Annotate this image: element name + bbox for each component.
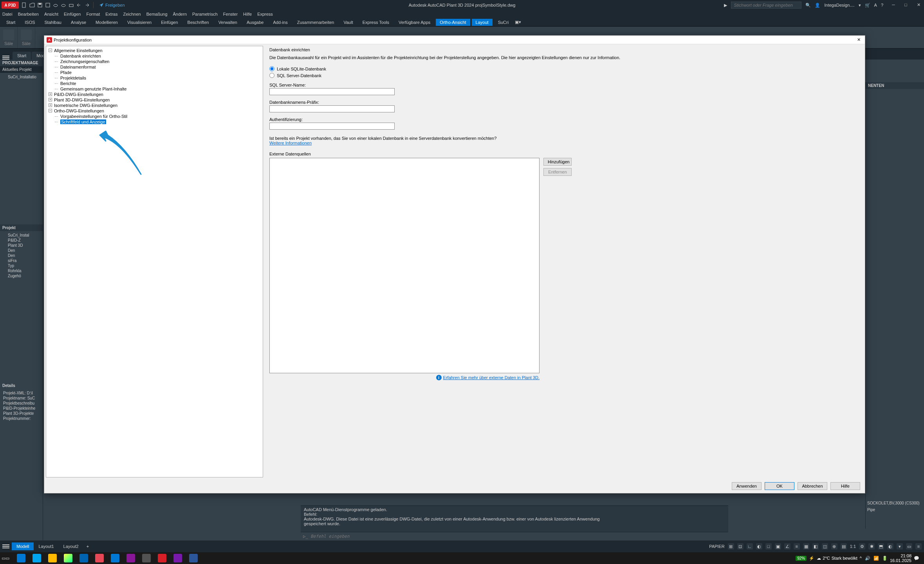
tree-item[interactable]: Rohrkla <box>2 268 41 273</box>
menu-item[interactable]: Format <box>86 12 100 16</box>
hamburger-icon[interactable] <box>2 56 9 60</box>
task-icon[interactable] <box>92 553 107 564</box>
clean-icon[interactable]: ▭ <box>906 543 912 550</box>
cloud2-icon[interactable] <box>60 2 67 8</box>
ext-sources-listbox[interactable] <box>269 158 540 373</box>
task-icon[interactable] <box>107 553 123 564</box>
radio-sql-server[interactable]: SQL Server-Datenbank <box>269 73 860 78</box>
ribbon-button-icon[interactable] <box>21 29 32 40</box>
tree-node[interactable]: Dateinamenformat <box>48 64 261 70</box>
menu-item[interactable]: Hilfe <box>243 12 252 16</box>
tray-chevron-icon[interactable]: ^ <box>860 556 862 560</box>
tray-icon[interactable]: 📶 <box>873 556 879 561</box>
dyn-icon[interactable]: ⊕ <box>831 543 837 550</box>
dialog-close-button[interactable]: ✕ <box>857 37 863 43</box>
project-combo[interactable]: SuCri_Installatio <box>2 74 41 80</box>
model-tab[interactable]: Modell <box>12 542 34 550</box>
new-icon[interactable] <box>21 2 27 8</box>
tree-item[interactable]: Typ <box>2 263 41 268</box>
menu-item[interactable]: Ändern <box>173 12 187 16</box>
ribbon-tab[interactable]: Express Tools <box>359 19 393 26</box>
tray-icon[interactable]: 🔋 <box>882 556 888 561</box>
clock[interactable]: 21:08 16.01.2025 <box>890 553 911 563</box>
menu-item[interactable]: Zeichnen <box>123 12 141 16</box>
menu-item[interactable]: Express <box>257 12 273 16</box>
lw-icon[interactable]: ≡ <box>794 543 800 550</box>
more-info-link[interactable]: Weitere Informationen <box>269 141 312 145</box>
add-button[interactable]: Hinzufügen <box>543 158 572 166</box>
tree-node[interactable]: Datenbank einrichten <box>48 53 261 59</box>
menu-item[interactable]: Einfügen <box>64 12 81 16</box>
help-button[interactable]: Hilfe <box>830 482 860 490</box>
search-glass-icon[interactable]: 🔍 <box>805 3 811 8</box>
tree-item[interactable]: Plant 3D <box>2 243 41 248</box>
battery-icon[interactable]: 92% <box>796 556 807 561</box>
expand-icon[interactable]: + <box>49 98 52 101</box>
task-icon[interactable] <box>45 553 60 564</box>
share-button[interactable]: Freigeben <box>99 3 125 7</box>
tree-node-selected[interactable]: Schriftfeld und Anzeige <box>48 119 261 125</box>
qp-icon[interactable]: ▤ <box>841 543 847 550</box>
plot-icon[interactable] <box>68 2 74 8</box>
ok-button[interactable]: OK <box>765 482 794 490</box>
ribbon-tab[interactable]: Zusammenarbeiten <box>293 19 338 26</box>
menu-item[interactable]: Parametrisch <box>192 12 218 16</box>
ribbon-tab[interactable]: ISOS <box>21 19 39 26</box>
ribbon-tab[interactable]: Vault <box>339 19 357 26</box>
ribbon-tab[interactable]: Analyse <box>67 19 90 26</box>
expand-icon[interactable]: + <box>49 103 52 107</box>
custom-icon[interactable]: ≡ <box>915 543 922 550</box>
open-icon[interactable] <box>29 2 35 8</box>
command-input[interactable] <box>310 534 726 539</box>
ribbon-tab[interactable]: Add-ins <box>269 19 291 26</box>
chevron-down-icon[interactable]: ▾ <box>859 3 861 8</box>
power-icon[interactable]: ⚡ <box>809 556 814 561</box>
add-layout-button[interactable]: + <box>83 542 92 550</box>
model-tab[interactable]: Layout1 <box>34 542 58 550</box>
trans-icon[interactable]: ▦ <box>803 543 809 550</box>
right-item[interactable]: SOCKOLET,BV,3000 (CS300) <box>866 500 924 506</box>
ribbon-tab[interactable]: Modellieren <box>92 19 122 26</box>
3d-icon[interactable]: ◫ <box>822 543 828 550</box>
grid-icon[interactable]: ⊞ <box>728 543 734 550</box>
app-logo[interactable]: A P3D <box>2 2 19 9</box>
menu-item[interactable]: Ansicht <box>44 12 58 16</box>
ribbon-tab[interactable]: Verwalten <box>215 19 241 26</box>
units-icon[interactable]: ⬒ <box>878 543 884 550</box>
snap-icon[interactable]: ⊡ <box>737 543 744 550</box>
tree-node[interactable]: Projektdetails <box>48 75 261 81</box>
tree-item[interactable]: siFra <box>2 258 41 263</box>
search-input[interactable] <box>731 2 801 9</box>
sql-server-input[interactable] <box>269 88 395 95</box>
remove-button[interactable]: Entfernen <box>543 168 572 176</box>
weather-widget[interactable]: ☁ 2°C Stark bewölkt <box>817 556 857 561</box>
doc-tab-start[interactable]: Start <box>13 52 31 60</box>
ribbon-tab[interactable]: Start <box>2 19 19 26</box>
paper-label[interactable]: PAPIER <box>709 544 725 549</box>
ribbon-tab[interactable]: Ortho-Ansicht <box>436 19 470 26</box>
maximize-button[interactable]: □ <box>904 2 910 8</box>
tree-node[interactable]: +Isometrische DWG-Einstellungen <box>48 103 261 108</box>
iso-icon[interactable]: ▾ <box>897 543 903 550</box>
tree-node[interactable]: −Ortho-DWG-Einstellungen <box>48 108 261 114</box>
radio-input[interactable] <box>269 73 274 78</box>
undo-icon[interactable] <box>76 2 82 8</box>
dialog-tree[interactable]: −Allgemeine Einstellungen Datenbank einr… <box>46 46 263 477</box>
saveas-icon[interactable] <box>45 2 51 8</box>
tree-item[interactable]: SuCri_Instal <box>2 233 41 238</box>
ribbon-more-icon[interactable]: ▣▾ <box>514 20 522 25</box>
ribbon-tab[interactable]: Verfügbare Apps <box>395 19 434 26</box>
dialog-titlebar[interactable]: A Projektkonfiguration ✕ <box>44 36 865 44</box>
polar-icon[interactable]: ◐ <box>756 543 762 550</box>
zoom-label[interactable]: 1:1 <box>850 544 856 549</box>
task-icon[interactable] <box>60 553 76 564</box>
expand-icon[interactable]: + <box>49 92 52 96</box>
menu-item[interactable]: Bearbeiten <box>18 12 39 16</box>
ribbon-tab[interactable]: Ausgabe <box>243 19 267 26</box>
user-label[interactable]: IntegaDesign.... <box>824 3 854 7</box>
task-icon[interactable] <box>154 553 170 564</box>
ribbon-tab[interactable]: Layout <box>472 19 493 26</box>
task-icon[interactable] <box>123 553 139 564</box>
font-icon[interactable]: A <box>874 3 877 7</box>
cancel-button[interactable]: Abbrechen <box>798 482 827 490</box>
